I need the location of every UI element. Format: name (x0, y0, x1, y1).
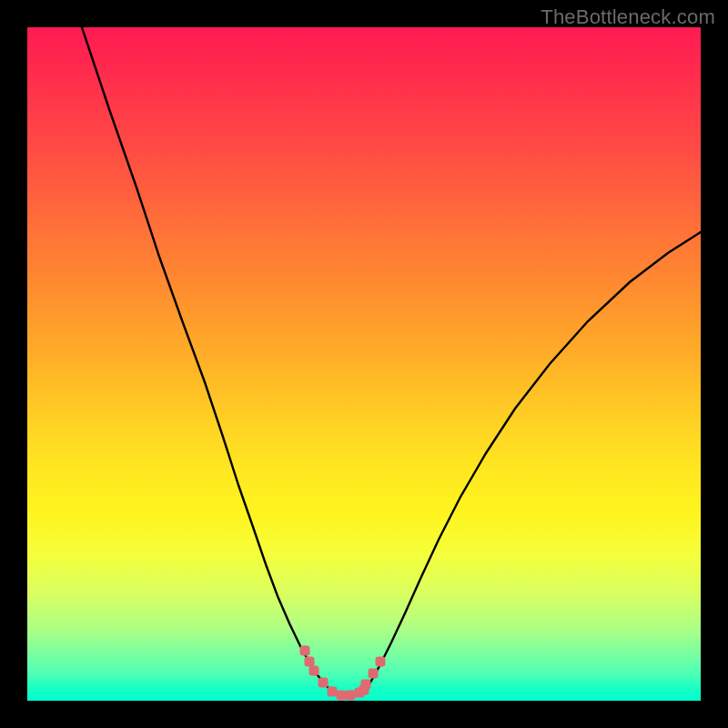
watermark-text: TheBottleneck.com (541, 5, 715, 29)
data-marker (318, 678, 329, 688)
data-marker (328, 687, 338, 697)
data-marker (337, 691, 347, 701)
data-marker (369, 669, 379, 679)
curve-left-branch (82, 27, 332, 692)
data-marker (309, 666, 319, 676)
data-marker (346, 691, 356, 701)
data-marker (376, 657, 386, 667)
data-marker (300, 646, 310, 656)
plot-area (27, 27, 701, 701)
chart-frame: TheBottleneck.com (0, 0, 728, 728)
data-marker (361, 680, 371, 690)
data-marker (305, 657, 315, 667)
data-markers (300, 646, 386, 701)
curve-right-branch (364, 232, 701, 692)
chart-svg (27, 27, 701, 701)
